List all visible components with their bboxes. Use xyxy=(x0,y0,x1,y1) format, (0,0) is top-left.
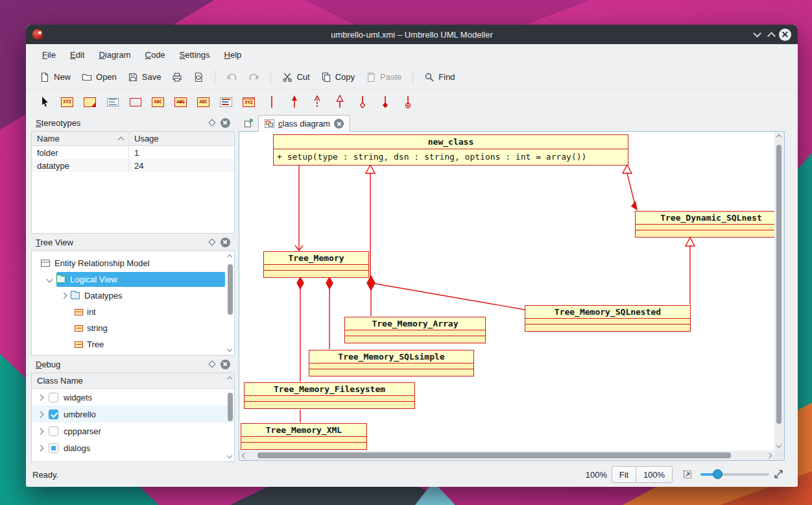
generalization-tool-button[interactable] xyxy=(330,93,349,111)
containment-tool-button[interactable] xyxy=(398,93,417,111)
scroll-up-icon[interactable] xyxy=(227,376,232,382)
zoom-100-button[interactable]: 100% xyxy=(636,466,673,483)
tree-item-entity-relationship-model[interactable]: Entity Relationship Model xyxy=(32,255,234,271)
print-preview-button[interactable] xyxy=(189,69,208,86)
cut-button[interactable]: Cut xyxy=(278,69,314,86)
scroll-down-icon[interactable] xyxy=(776,443,782,448)
tree-view-dock-header[interactable]: Tree View xyxy=(31,234,235,251)
scrollbar-thumb[interactable] xyxy=(257,452,731,458)
debug-row-dialogs[interactable]: dialogs xyxy=(32,439,234,456)
scroll-up-icon[interactable] xyxy=(227,254,232,260)
zoom-slider[interactable] xyxy=(700,473,769,476)
association-tool-button[interactable] xyxy=(262,93,281,111)
debug-row-umbrello[interactable]: umbrello xyxy=(32,406,234,423)
canvas-vertical-scrollbar[interactable] xyxy=(774,132,784,450)
window-shade-button[interactable] xyxy=(754,25,760,44)
dock-close-icon[interactable] xyxy=(221,360,230,369)
expander-right-icon[interactable] xyxy=(38,411,44,417)
debug-row-cppparser[interactable]: cppparser xyxy=(32,423,234,439)
table-row[interactable]: datatype 24 xyxy=(32,159,234,172)
select-tool-button[interactable] xyxy=(35,93,54,111)
menu-edit[interactable]: Edit xyxy=(63,47,91,62)
tab-class-diagram[interactable]: class diagram xyxy=(258,115,350,132)
uml-class-tree-memory-array[interactable]: Tree_Memory_Array xyxy=(344,317,486,343)
object-tool-button[interactable] xyxy=(80,93,99,111)
redo-button[interactable] xyxy=(244,69,264,86)
scroll-left-icon[interactable] xyxy=(242,452,247,458)
undo-button[interactable] xyxy=(222,69,242,86)
tree-item-string[interactable]: string xyxy=(32,320,234,336)
scroll-down-icon[interactable] xyxy=(227,347,232,352)
tab-close-icon[interactable] xyxy=(334,119,344,129)
menu-diagram[interactable]: Diagram xyxy=(91,47,137,62)
tree-view-scrollbar[interactable] xyxy=(226,252,233,354)
dock-close-icon[interactable] xyxy=(221,238,230,247)
composition-line[interactable] xyxy=(375,284,525,310)
tree-item-logical-view[interactable]: Logical View xyxy=(32,271,234,288)
menu-file[interactable]: File xyxy=(35,47,63,62)
uml-class-tree-memory-sqlnested[interactable]: Tree_Memory_SQLnested xyxy=(525,305,691,332)
enum-tool-button[interactable]: ABC xyxy=(171,93,190,111)
scrollbar-thumb[interactable] xyxy=(228,264,233,315)
debug-scrollbar[interactable] xyxy=(226,375,233,460)
composition-tool-button[interactable] xyxy=(376,93,394,111)
debug-column-header[interactable]: Class Name xyxy=(32,373,234,389)
uml-class-new_class[interactable]: new_class + setup(type : string, dsn : s… xyxy=(273,134,628,166)
copy-button[interactable]: Copy xyxy=(316,69,359,86)
canvas-horizontal-scrollbar[interactable] xyxy=(239,450,774,460)
datatype-tool-button[interactable]: ABC xyxy=(194,93,213,111)
open-button[interactable]: Open xyxy=(77,69,121,86)
uml-class-tree-memory-filesystem[interactable]: Tree_Memory_Filesystem xyxy=(244,382,415,409)
scroll-down-icon[interactable] xyxy=(227,453,232,458)
tree-item-tree[interactable]: Tree xyxy=(32,336,234,352)
box-tool-button[interactable] xyxy=(126,93,145,111)
menu-help[interactable]: Help xyxy=(217,47,249,62)
entity-tool-button[interactable] xyxy=(217,93,235,111)
diagram-canvas[interactable]: new_class + setup(type : string, dsn : s… xyxy=(239,132,774,450)
class-tool-button[interactable]: XYZ xyxy=(58,93,77,111)
titlebar[interactable]: umbrello-uml.xmi – Umbrello UML Modeller xyxy=(26,25,798,44)
tree-item-datatypes[interactable]: Datatypes xyxy=(32,288,234,304)
text-tool-button[interactable]: ABC xyxy=(149,93,167,111)
association-line[interactable] xyxy=(627,173,635,204)
tree-item-int[interactable]: int xyxy=(32,304,234,320)
dock-float-icon[interactable] xyxy=(208,238,215,245)
note-tool-button[interactable] xyxy=(103,93,122,111)
dependency-tool-button[interactable] xyxy=(307,93,326,111)
dock-close-icon[interactable] xyxy=(221,118,230,128)
slider-handle[interactable] xyxy=(713,469,722,479)
debug-dock-header[interactable]: Debug xyxy=(31,356,235,373)
find-button[interactable]: Find xyxy=(420,69,459,86)
expander-down-icon[interactable] xyxy=(47,277,53,283)
expander-right-icon[interactable] xyxy=(38,445,44,451)
debug-row-widgets[interactable]: widgets xyxy=(32,389,234,406)
uml-class-tree-memory-xml[interactable]: Tree_Memory_XML xyxy=(241,423,367,450)
fit-button[interactable]: Fit xyxy=(612,466,636,483)
fullscreen-button[interactable] xyxy=(773,469,784,482)
stereotypes-dock-header[interactable]: Stereotypes xyxy=(31,114,235,131)
uml-class-tree-memory[interactable]: Tree_Memory xyxy=(263,251,369,278)
checkbox-partial[interactable] xyxy=(49,443,58,453)
window-maximize-button[interactable] xyxy=(769,25,774,44)
new-diagram-tab-button[interactable] xyxy=(243,117,254,129)
scroll-right-icon[interactable] xyxy=(767,452,772,458)
dock-float-icon[interactable] xyxy=(208,119,215,126)
save-button[interactable]: Save xyxy=(123,69,166,86)
checkbox-unchecked[interactable] xyxy=(49,393,58,402)
print-button[interactable] xyxy=(167,69,187,86)
expander-right-icon[interactable] xyxy=(38,394,44,400)
dock-float-icon[interactable] xyxy=(208,360,215,367)
scrollbar-thumb[interactable] xyxy=(228,393,233,421)
uml-class-tree-dynamic-sqlnest[interactable]: Tree_Dynamic_SQLnest xyxy=(635,211,774,238)
directed-association-tool-button[interactable] xyxy=(285,93,304,111)
scrollbar-thumb[interactable] xyxy=(776,145,782,424)
column-usage[interactable]: Usage xyxy=(129,134,159,143)
menu-settings[interactable]: Settings xyxy=(173,47,217,62)
table-row[interactable]: folder 1 xyxy=(32,146,234,159)
checkbox-checked[interactable] xyxy=(49,410,58,419)
menu-code[interactable]: Code xyxy=(138,47,173,62)
uml-class-tree-memory-sqlsimple[interactable]: Tree_Memory_SQLsimple xyxy=(309,350,474,376)
category-tool-button[interactable]: XYZ xyxy=(239,93,258,111)
new-button[interactable]: New xyxy=(35,69,75,86)
fit-page-button[interactable] xyxy=(682,469,693,482)
